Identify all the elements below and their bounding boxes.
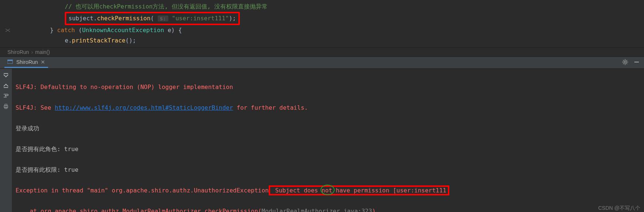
console-line: SLF4J: See xyxy=(16,104,55,111)
console-line: 登录成功 xyxy=(16,125,39,132)
code-line-catch: } catch (UnknownAccountException e) { xyxy=(0,25,644,35)
code-editor[interactable]: // 也可以用checkPermission方法, 但没有返回值, 没有权限直接… xyxy=(0,0,644,47)
code-line-call: subject.checkPermission( s: "user:insert… xyxy=(0,12,644,25)
gear-icon[interactable] xyxy=(622,59,628,67)
svg-rect-7 xyxy=(5,104,7,106)
hide-icon[interactable] xyxy=(634,59,640,66)
print-icon[interactable] xyxy=(3,103,9,109)
close-icon[interactable]: ✕ xyxy=(41,59,45,65)
run-tab-label: ShiroRun xyxy=(16,59,38,65)
run-config-icon xyxy=(7,59,13,65)
console-toolbar xyxy=(0,69,12,212)
stack-link[interactable]: ModularRealmAuthorizer.java:323 xyxy=(262,208,372,212)
exception-message: Subject does not have permission [user:i… xyxy=(269,185,449,195)
stack-line: at org.apache.shiro.authz.ModularRealmAu… xyxy=(16,208,262,212)
breadcrumb[interactable]: ShiroRun › main() xyxy=(0,47,644,57)
exception-line: Exception in thread "main" org.apache.sh… xyxy=(16,187,269,194)
code-line-comment: // 也可以用checkPermission方法, 但没有返回值, 没有权限直接… xyxy=(0,1,644,12)
svg-rect-3 xyxy=(634,62,639,62)
soft-wrap-icon[interactable] xyxy=(3,93,9,99)
collapse-icon[interactable] xyxy=(5,28,10,33)
breadcrumb-separator: › xyxy=(31,49,33,55)
watermark: CSDN @不写八个 xyxy=(598,203,640,212)
breadcrumb-class[interactable]: ShiroRun xyxy=(7,49,29,55)
toolwindow-actions xyxy=(622,59,640,67)
svg-rect-1 xyxy=(7,60,13,61)
not-highlight: not xyxy=(322,185,332,196)
scroll-down-icon[interactable] xyxy=(3,83,9,89)
run-toolwindow-header: ShiroRun ✕ xyxy=(0,57,644,69)
svg-rect-5 xyxy=(4,87,8,88)
svg-rect-4 xyxy=(4,73,8,74)
editor-gutter xyxy=(0,1,14,49)
svg-point-2 xyxy=(624,61,626,63)
console-line: SLF4J: Defaulting to no-operation (NOP) … xyxy=(16,83,233,90)
run-tab[interactable]: ShiroRun ✕ xyxy=(4,58,48,68)
code-line-print: e.printStackTrace(); xyxy=(0,35,644,46)
slf4j-link[interactable]: http://www.slf4j.org/codes.html#StaticLo… xyxy=(55,104,233,111)
console-output[interactable]: SLF4J: Defaulting to no-operation (NOP) … xyxy=(12,69,644,212)
console-pane: SLF4J: Defaulting to no-operation (NOP) … xyxy=(0,69,644,212)
scroll-up-icon[interactable] xyxy=(3,72,9,78)
breadcrumb-method[interactable]: main() xyxy=(35,49,50,55)
console-line: 是否拥有此权限: true xyxy=(16,166,78,173)
console-line: 是否拥有此角色: true xyxy=(16,146,78,153)
